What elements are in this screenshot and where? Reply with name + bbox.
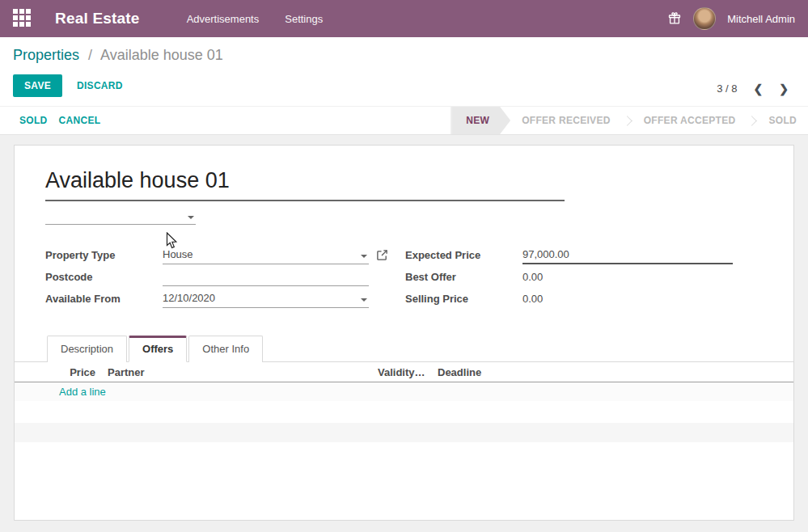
breadcrumb: Properties / Available house 01 [13, 47, 795, 64]
property-name-input[interactable]: Available house 01 [45, 168, 565, 201]
field-group: Property Type House Postcode [45, 243, 763, 308]
field-label: Best Offer [405, 271, 522, 286]
top-navbar: Real Estate Advertisements Settings Mitc… [0, 0, 808, 37]
column-header-deadline[interactable]: Deadline [438, 366, 793, 378]
caret-down-icon [361, 255, 367, 258]
caret-down-icon [361, 298, 367, 302]
nav-menu: Advertisements Settings [185, 8, 325, 30]
field-label: Postcode [45, 271, 163, 286]
selling-price-value: 0.00 [522, 293, 733, 308]
gift-icon[interactable] [667, 11, 682, 26]
add-a-line-link[interactable]: Add a line [59, 386, 106, 398]
save-button[interactable]: SAVE [13, 74, 62, 97]
pager: 3 / 8 ❮ ❯ [717, 82, 789, 95]
breadcrumb-separator: / [88, 47, 92, 63]
available-from-input[interactable]: 12/10/2020 [163, 292, 369, 308]
control-panel-buttons: SAVE DISCARD [13, 74, 795, 98]
field-label: Available From [45, 293, 163, 308]
menu-advertisements[interactable]: Advertisements [185, 8, 261, 30]
field-label: Property Type [45, 249, 163, 264]
chevron-left-icon[interactable]: ❮ [754, 83, 764, 95]
field-label: Expected Price [405, 249, 522, 264]
user-name[interactable]: Mitchell Admin [727, 13, 795, 25]
tab-description[interactable]: Description [47, 336, 127, 362]
menu-settings[interactable]: Settings [283, 8, 324, 30]
discard-button[interactable]: DISCARD [77, 80, 123, 91]
systray: Mitchell Admin [667, 7, 795, 30]
status-step-offer-received[interactable]: OFFER RECEIVED [510, 107, 622, 134]
sold-button[interactable]: SOLD [19, 115, 48, 126]
field-expected-price: Expected Price 97,000.00 [405, 243, 733, 264]
postcode-input[interactable] [163, 270, 369, 286]
app-name[interactable]: Real Estate [55, 10, 140, 27]
expected-price-input[interactable]: 97,000.00 [522, 248, 733, 264]
available-from-value: 12/10/2020 [163, 292, 361, 305]
notebook: Description Offers Other Info Price Part… [15, 336, 793, 442]
external-link-icon[interactable] [376, 249, 388, 261]
breadcrumb-properties[interactable]: Properties [13, 47, 79, 63]
chevron-right-icon[interactable]: ❯ [779, 83, 789, 95]
best-offer-value: 0.00 [522, 271, 733, 286]
status-step-sold[interactable]: SOLD [757, 107, 808, 134]
sheet-background: Available house 01 Property Type House [0, 135, 808, 521]
field-selling-price: Selling Price 0.00 [405, 286, 733, 308]
tab-other-info[interactable]: Other Info [188, 336, 263, 362]
empty-table-row [15, 423, 793, 442]
tab-bar: Description Offers Other Info [15, 336, 793, 362]
status-step-new[interactable]: NEW [451, 107, 510, 134]
field-available-from: Available From 12/10/2020 [45, 286, 369, 308]
expected-price-value: 97,000.00 [522, 248, 733, 261]
column-header-price[interactable]: Price [15, 366, 99, 378]
field-group-left: Property Type House Postcode [45, 243, 369, 308]
column-header-partner[interactable]: Partner [99, 366, 378, 378]
empty-table-row [15, 401, 793, 423]
chevron-separator-icon [747, 116, 758, 126]
property-type-input[interactable]: House [163, 248, 369, 264]
status-step-offer-accepted[interactable]: OFFER ACCEPTED [632, 107, 747, 134]
pager-count: 3 / 8 [717, 82, 737, 95]
statusbar: NEW OFFER RECEIVED OFFER ACCEPTED SOLD [451, 107, 808, 134]
field-group-right: Expected Price 97,000.00 Best Offer 0.00… [405, 243, 733, 308]
action-bar: SOLD CANCEL NEW OFFER RECEIVED OFFER ACC… [0, 106, 808, 135]
tab-offers[interactable]: Offers [129, 336, 187, 362]
add-line-row: Add a line [15, 382, 793, 401]
cancel-button[interactable]: CANCEL [59, 115, 101, 126]
field-best-offer: Best Offer 0.00 [405, 264, 733, 286]
apps-grid-icon[interactable] [13, 9, 32, 28]
caret-down-icon [188, 216, 194, 219]
breadcrumb-current: Available house 01 [100, 47, 223, 63]
field-postcode: Postcode [45, 264, 369, 286]
field-property-type: Property Type House [45, 243, 369, 264]
property-type-value: House [163, 248, 361, 261]
chevron-separator-icon [622, 116, 632, 126]
action-buttons: SOLD CANCEL [0, 107, 100, 134]
form-sheet: Available house 01 Property Type House [14, 145, 794, 521]
offers-table: Price Partner Validity… Deadline Add a l… [15, 362, 793, 442]
field-label: Selling Price [405, 293, 522, 308]
offers-table-header: Price Partner Validity… Deadline [15, 362, 793, 382]
tags-input[interactable] [45, 209, 196, 225]
column-header-validity[interactable]: Validity… [378, 366, 438, 378]
user-avatar[interactable] [693, 7, 716, 30]
control-panel: Properties / Available house 01 SAVE DIS… [0, 37, 808, 106]
postcode-value [163, 270, 369, 283]
